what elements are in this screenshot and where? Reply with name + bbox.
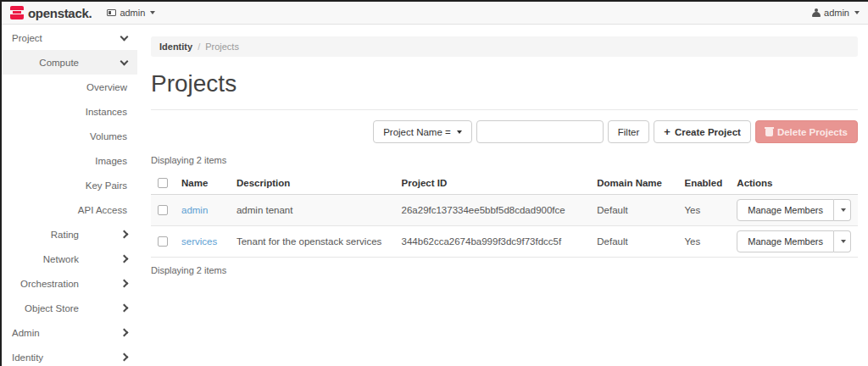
sidebar-item-admin[interactable]: Admin [2,320,137,345]
sidebar-item-label: Object Store [12,303,121,313]
sidebar-item-object-store[interactable]: Object Store [2,296,137,320]
chevron-down-icon [841,208,846,212]
sidebar-item-api-access[interactable]: API Access [2,197,137,222]
column-header-enabled[interactable]: Enabled [677,172,730,195]
filter-button[interactable]: Filter [608,120,650,143]
breadcrumb-current: Projects [205,42,239,52]
chevron-down-icon [854,11,860,14]
column-header-domain-name[interactable]: Domain Name [590,172,677,195]
sidebar-item-label: Images [12,156,127,166]
openstack-logo-icon [10,6,24,19]
column-header-project-id[interactable]: Project ID [395,172,591,195]
top-navbar: openstack. admin admin [2,2,868,25]
sidebar-item-volumes[interactable]: Volumes [2,124,137,148]
row-actions-dropdown-toggle[interactable] [834,230,851,252]
row-actions-split-button: Manage Members [737,230,851,252]
row-actions-dropdown-toggle[interactable] [834,199,851,221]
project-name-cell: admin [175,195,230,226]
sidebar-item-label: Overview [12,82,127,92]
domain-name-cell: Default [590,195,677,226]
sidebar-item-identity[interactable]: Identity [2,345,137,366]
sidebar-item-label: Admin [12,328,121,338]
table-header-row: Name Description Project ID Domain Name … [151,172,858,195]
delete-projects-button[interactable]: Delete Projects [755,120,858,143]
enabled-cell: Yes [677,226,730,258]
actions-cell: Manage Members [730,195,858,226]
row-select-cell [151,226,175,258]
column-header-description[interactable]: Description [230,172,395,195]
manage-members-button[interactable]: Manage Members [737,199,834,221]
sidebar-item-network[interactable]: Network [2,247,137,271]
breadcrumb: Identity / Projects [151,36,858,57]
sidebar-item-label: Identity [12,352,121,363]
breadcrumb-parent[interactable]: Identity [159,42,192,52]
sidebar-item-orchestration[interactable]: Orchestration [2,271,137,296]
delete-projects-label: Delete Projects [777,127,848,137]
sidebar-item-label: Key Pairs [12,180,127,191]
table-row: services Tenant for the openstack servic… [151,226,858,258]
projects-table: Name Description Project ID Domain Name … [151,172,858,258]
project-id-cell: 344b62cca2674ba999f3dc9f73fdcc5f [395,226,591,258]
select-all-header [151,172,175,195]
row-checkbox[interactable] [158,236,168,247]
chevron-down-icon [120,32,129,41]
sidebar-nav: Project Compute Overview Instances Volum… [2,25,137,366]
sidebar-item-project[interactable]: Project [2,25,137,50]
user-icon [812,8,821,17]
project-link[interactable]: services [181,236,217,247]
filter-field-dropdown[interactable]: Project Name = [373,120,472,143]
project-description-cell: Tenant for the openstack services [230,226,395,258]
row-actions-split-button: Manage Members [737,199,851,221]
table-row: admin admin tenant 26a29fc137334ee5bbf5d… [151,195,858,226]
filter-input[interactable] [476,120,604,143]
sidebar-item-instances[interactable]: Instances [2,99,137,124]
sidebar-item-key-pairs[interactable]: Key Pairs [2,173,137,197]
breadcrumb-separator: / [198,42,200,52]
project-name-cell: services [175,226,230,258]
sidebar-item-overview[interactable]: Overview [2,75,137,99]
manage-members-button[interactable]: Manage Members [737,230,834,252]
sidebar-item-label: Rating [12,230,121,240]
chevron-right-icon [120,255,129,263]
chevron-right-icon [120,280,129,288]
row-select-cell [151,195,175,226]
column-header-name[interactable]: Name [175,172,230,195]
enabled-cell: Yes [677,195,730,226]
title-divider [151,109,858,110]
sidebar-item-label: API Access [12,205,127,215]
user-menu-label: admin [824,8,849,18]
sidebar-item-compute[interactable]: Compute [2,50,137,75]
column-header-actions: Actions [730,172,858,195]
chevron-right-icon [120,230,129,239]
filter-button-label: Filter [618,127,640,137]
sidebar-item-label: Orchestration [12,279,121,289]
sidebar-item-rating[interactable]: Rating [2,222,137,247]
table-summary-top: Displaying 2 items [151,155,858,165]
project-id-cell: 26a29fc137334ee5bbf5d8cdad900fce [395,195,591,226]
select-all-checkbox[interactable] [158,178,168,188]
project-description-cell: admin tenant [230,195,395,226]
table-actions-bar: Project Name = Filter + Create Project D… [151,120,858,143]
create-project-label: Create Project [675,127,741,137]
chevron-right-icon [120,353,129,362]
context-switcher-label: admin [120,8,145,18]
user-menu[interactable]: admin [812,8,860,18]
sidebar-item-label: Network [12,254,121,264]
sidebar-item-label: Compute [12,58,121,68]
sidebar-item-images[interactable]: Images [2,148,137,173]
page-title: Projects [151,70,858,97]
project-switcher-icon [107,9,116,16]
trash-icon [765,127,773,136]
project-context-switcher[interactable]: admin [107,8,155,18]
openstack-logo[interactable]: openstack. [10,6,92,20]
plus-icon: + [664,126,670,137]
project-link[interactable]: admin [181,205,208,215]
sidebar-item-label: Project [12,33,121,43]
chevron-down-icon [841,240,846,243]
filter-field-label: Project Name = [383,127,451,137]
main-content: Identity / Projects Projects Project Nam… [137,25,868,366]
create-project-button[interactable]: + Create Project [654,120,751,143]
chevron-right-icon [120,329,129,337]
row-checkbox[interactable] [158,205,168,215]
brand-text: openstack. [28,6,92,20]
